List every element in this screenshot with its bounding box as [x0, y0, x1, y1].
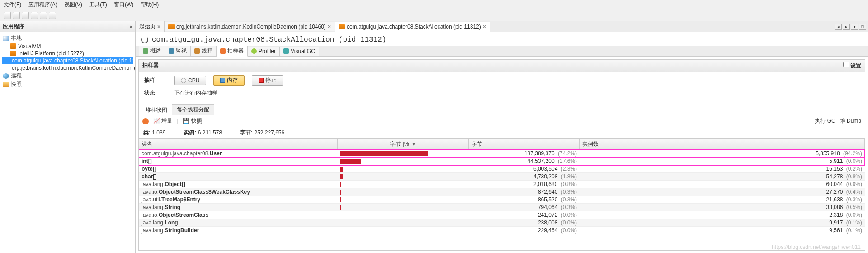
tab-histogram[interactable]: 堆柱状图	[141, 105, 172, 115]
cell-instances: 5,855,918 (94.2%)	[580, 150, 865, 157]
cell-instances: 33,086 (0.5%)	[580, 204, 865, 211]
sidebar-title: 应用程序 ×	[0, 21, 135, 32]
delta-button[interactable]: 📈 增量	[153, 117, 172, 125]
stop-icon	[259, 78, 264, 83]
table-header: 类名 字节 [%] 字节 实例数	[139, 139, 865, 150]
maximize-icon[interactable]: □	[859, 24, 866, 30]
reload-icon[interactable]	[141, 36, 148, 43]
content-area: 起始页× org.jetbrains.kotlin.daemon.KotlinC…	[136, 21, 868, 253]
tree-intellij[interactable]: IntelliJ Platform (pid 15272)	[2, 50, 133, 57]
cell-bytes: 44,537,200 (17.6%)	[469, 158, 580, 165]
table-row[interactable]: byte[]6,003,504 (2.3%)16,153 (0.2%)	[139, 165, 865, 173]
scroll-right-icon[interactable]: ▸	[843, 24, 850, 30]
cell-bytes: 187,389,376 (74.2%)	[469, 150, 580, 157]
col-instances[interactable]: 实例数	[580, 139, 865, 149]
tab-monitor[interactable]: 监视	[165, 46, 191, 56]
menu-tools[interactable]: 工具(T)	[89, 1, 107, 8]
tab-threads[interactable]: 线程	[191, 46, 217, 56]
cell-instances: 27,270 (0.4%)	[580, 188, 865, 196]
disk-icon	[220, 78, 225, 83]
table-row[interactable]: java.lang.String794,064 (0.3%)33,086 (0.…	[139, 204, 865, 211]
tab-sampler[interactable]: 抽样器	[217, 46, 248, 57]
sidebar-close-icon[interactable]: ×	[130, 24, 132, 29]
menu-app[interactable]: 应用程序(A)	[28, 1, 57, 8]
sampler-icon	[220, 48, 226, 54]
cell-instances: 16,153 (0.2%)	[580, 165, 865, 172]
cell-bytes: 6,003,504 (2.3%)	[469, 165, 580, 172]
cell-bytes: 865,520 (0.3%)	[469, 196, 580, 203]
toolbar-btn-5[interactable]	[40, 12, 47, 19]
tab-perthread[interactable]: 每个线程分配	[172, 104, 214, 115]
refresh-icon[interactable]	[142, 118, 149, 124]
settings-checkbox[interactable]: 设置	[843, 62, 861, 70]
cell-classname: java.lang.Object[]	[139, 181, 338, 188]
memory-button[interactable]: 内存	[213, 75, 245, 86]
cell-instances: 54,278 (0.8%)	[580, 173, 865, 180]
sampler-controls: 抽样: CPU 内存 停止 状态: 正在进行内存抽样	[139, 72, 865, 104]
table-row[interactable]: java.lang.StringBuilder229,464 (0.0%)9,5…	[139, 227, 865, 234]
table-row[interactable]: java.lang.Object[]2,018,680 (0.8%)60,044…	[139, 181, 865, 188]
tab-visualgc[interactable]: Visual GC	[280, 47, 319, 56]
tab-stackalloc[interactable]: com.atguigu.java.chapter08.StackAllocati…	[335, 22, 490, 32]
status-value: 正在进行内存抽样	[174, 89, 217, 97]
col-bytes-pct[interactable]: 字节 [%]	[338, 139, 469, 149]
cell-instances: 2,318 (0.0%)	[580, 211, 865, 219]
editor-tabs: 起始页× org.jetbrains.kotlin.daemon.KotlinC…	[136, 21, 868, 32]
cell-bar	[338, 181, 469, 188]
cell-instances: 9,917 (0.1%)	[580, 219, 865, 226]
cell-bar	[338, 204, 469, 211]
menu-file[interactable]: 文件(F)	[4, 1, 21, 8]
tree-stackalloc[interactable]: com.atguigu.java.chapter08.StackAllocati…	[2, 57, 133, 64]
tree-kotlin[interactable]: org.jetbrains.kotlin.daemon.KotlinCompil…	[2, 64, 133, 72]
table-row[interactable]: int[]44,537,200 (17.6%)5,911 (0.0%)	[139, 158, 865, 165]
cell-bytes: 872,640 (0.3%)	[469, 188, 580, 196]
heapdump-button[interactable]: 堆 Dump	[840, 117, 861, 125]
cell-bar	[338, 219, 469, 226]
table-row[interactable]: java.io.ObjectStreamClass241,072 (0.0%)2…	[139, 211, 865, 219]
tab-profiler[interactable]: Profiler	[248, 47, 280, 56]
tree-local[interactable]: 本地	[2, 34, 133, 43]
table-row[interactable]: java.io.ObjectStreamClass$WeakClassKey87…	[139, 188, 865, 196]
cell-bytes: 2,018,680 (0.8%)	[469, 181, 580, 188]
menu-window[interactable]: 窗口(W)	[114, 1, 133, 8]
toolbar-btn-2[interactable]	[13, 12, 20, 19]
stop-button[interactable]: 停止	[252, 75, 283, 86]
page-header: com.atguigu.java.chapter08.StackAllocati…	[136, 32, 868, 46]
clock-icon	[181, 78, 186, 83]
table-row[interactable]: java.util.TreeMap$Entry865,520 (0.3%)21,…	[139, 196, 865, 204]
cpu-button[interactable]: CPU	[174, 76, 206, 85]
tree-visualvm[interactable]: VisualVM	[2, 43, 133, 50]
cell-instances: 60,044 (0.9%)	[580, 181, 865, 188]
toolbar-btn-6[interactable]	[49, 12, 56, 19]
table-row[interactable]: java.lang.Long238,008 (0.0%)9,917 (0.1%)	[139, 219, 865, 227]
scroll-left-icon[interactable]: ◂	[835, 24, 842, 30]
dropdown-icon[interactable]: ▾	[851, 24, 858, 30]
cell-classname: java.lang.StringBuilder	[139, 227, 338, 234]
tree-remote[interactable]: 远程	[2, 72, 133, 80]
result-tabs: 堆柱状图 每个线程分配	[141, 104, 863, 115]
close-icon[interactable]: ×	[328, 24, 331, 30]
tab-start[interactable]: 起始页×	[136, 21, 165, 32]
cell-bar	[338, 188, 469, 196]
table-row[interactable]: com.atguigu.java.chapter08.User187,389,3…	[139, 150, 865, 158]
gc-button[interactable]: 执行 GC	[815, 117, 835, 125]
toolbar-btn-3[interactable]	[22, 12, 29, 19]
tab-overview[interactable]: 概述	[139, 46, 165, 56]
menu-help[interactable]: 帮助(H)	[141, 1, 159, 8]
toolbar-btn-1[interactable]	[4, 12, 11, 19]
snapshot-button[interactable]: 💾 快照	[183, 117, 202, 125]
col-bytes[interactable]: 字节	[469, 139, 580, 149]
settings-check[interactable]	[843, 62, 849, 67]
col-name[interactable]: 类名	[139, 139, 338, 149]
sidebar: 应用程序 × 本地 VisualVM IntelliJ Platform (pi…	[0, 21, 136, 253]
close-icon[interactable]: ×	[157, 24, 160, 30]
profiler-icon	[251, 48, 257, 54]
menu-view[interactable]: 视图(V)	[64, 1, 82, 8]
toolbar-btn-4[interactable]	[31, 12, 38, 19]
tree-snapshot[interactable]: 快照	[2, 80, 133, 89]
cell-bar	[338, 227, 469, 234]
tab-kotlin[interactable]: org.jetbrains.kotlin.daemon.KotlinCompil…	[165, 22, 335, 31]
close-icon[interactable]: ×	[483, 24, 486, 30]
java-icon	[168, 24, 175, 29]
table-row[interactable]: char[]4,730,208 (1.8%)54,278 (0.8%)	[139, 173, 865, 181]
